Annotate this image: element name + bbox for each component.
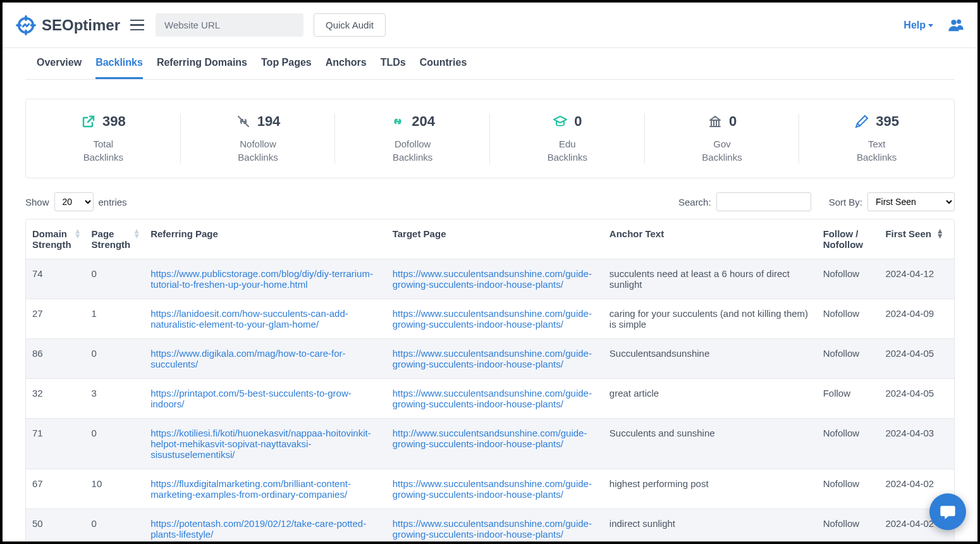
stat-value: 194 [257,113,281,130]
stat-value: 395 [876,113,899,130]
cell-first-seen: 2024-04-09 [879,299,947,339]
cell-page-strength: 1 [85,299,145,339]
help-link[interactable]: Help [903,20,933,31]
stat-card-nofollow: 194NofollowBacklinks [181,99,336,178]
col-first-seen[interactable]: First Seen▲▼ [879,219,947,259]
cell-referring-page[interactable]: https://kotiliesi.fi/koti/huonekasvit/na… [144,419,386,469]
cell-last: 2 [948,379,954,419]
sort-icon: ▲▼ [133,228,140,239]
col-page-strength[interactable]: Page Strength▲▼ [85,219,145,259]
stat-card-dofollow: 204DofollowBacklinks [335,99,490,178]
col-referring-page[interactable]: Referring Page [144,219,386,259]
cell-page-strength: 10 [85,469,145,509]
stat-label: TextBacklinks [807,137,946,164]
url-input[interactable] [156,13,303,37]
chevron-down-icon [928,24,933,27]
cell-target-page[interactable]: https://www.succulentsandsunshine.com/gu… [386,469,603,509]
table-row: 6710https://fluxdigitalmarketing.com/bri… [26,469,954,509]
tab-countries[interactable]: Countries [420,57,467,79]
search-input[interactable] [716,192,811,211]
header: SEOptimer Quick Audit Help [3,3,977,48]
cell-follow: Nofollow [817,419,879,469]
tab-tlds[interactable]: TLDs [381,57,406,79]
table-body: 740https://www.publicstorage.com/blog/di… [26,259,954,545]
hamburger-icon[interactable] [130,18,145,33]
backlinks-table: Domain Strength▲▼ Page Strength▲▼ Referr… [26,219,954,544]
cell-follow: Nofollow [817,299,879,339]
cell-follow: Follow [817,379,879,419]
cell-referring-page[interactable]: https://lanidoesit.com/how-succulents-ca… [144,299,386,339]
cell-target-page[interactable]: https://www.succulentsandsunshine.com/gu… [386,299,603,339]
cell-first-seen: 2024-04-12 [879,259,947,299]
header-right: Help [903,16,965,34]
tab-backlinks[interactable]: Backlinks [95,57,143,79]
cell-domain-strength: 32 [26,379,85,419]
cell-anchor-text: highest performing post [603,469,817,509]
cell-last: 2 [948,299,954,339]
cell-anchor-text: indirect sunlight [603,509,817,545]
stat-value: 204 [412,113,435,130]
cell-referring-page[interactable]: https://www.digikala.com/mag/how-to-care… [144,339,386,379]
cell-last: 2 [948,419,954,469]
tab-anchors[interactable]: Anchors [326,57,367,79]
table-row: 323https://printapot.com/5-best-succulen… [26,379,954,419]
cell-page-strength: 0 [85,339,145,379]
cell-follow: Nofollow [817,259,879,299]
logo[interactable]: SEOptimer [15,15,120,36]
cell-referring-page[interactable]: https://printapot.com/5-best-succulents-… [144,379,386,419]
users-icon[interactable] [947,16,965,34]
sort-select[interactable]: First Seen [867,192,955,211]
stat-label: DofollowBacklinks [343,137,482,164]
stat-label: NofollowBacklinks [188,137,328,164]
stat-label: TotalBacklinks [34,137,173,164]
svg-point-1 [951,20,956,25]
cell-target-page[interactable]: http://www.succulentsandsunshine.com/gui… [386,419,603,469]
entries-select[interactable]: 20 [54,192,94,211]
logo-icon [15,15,37,36]
cell-anchor-text: caring for your succulents (and not kill… [603,299,817,339]
quick-audit-button[interactable]: Quick Audit [314,13,386,37]
cell-domain-strength: 50 [26,509,85,545]
chat-icon [939,503,957,521]
cell-anchor-text: Succulentsandsunshine [603,339,817,379]
cell-target-page[interactable]: https://www.succulentsandsunshine.com/gu… [386,339,603,379]
cell-page-strength: 0 [85,259,145,299]
svg-point-2 [957,19,961,23]
entries-label: entries [99,197,127,207]
col-domain-strength[interactable]: Domain Strength▲▼ [26,219,85,259]
cell-target-page[interactable]: https://www.succulentsandsunshine.com/gu… [386,379,603,419]
brand-text: SEOptimer [42,16,120,34]
tab-overview[interactable]: Overview [37,57,82,79]
cell-page-strength: 0 [85,509,145,545]
cell-anchor-text: Succulents and sunshine [603,419,817,469]
cell-last: 2 [948,259,954,299]
tabs: OverviewBacklinksReferring DomainsTop Pa… [25,48,955,80]
cell-target-page[interactable]: https://www.succulentsandsunshine.com/gu… [386,509,603,545]
cell-domain-strength: 27 [26,299,85,339]
table-row: 271https://lanidoesit.com/how-succulents… [26,299,954,339]
col-last[interactable]: L [948,219,954,259]
tab-top-pages[interactable]: Top Pages [261,57,312,79]
stat-value: 0 [574,113,582,130]
stat-card-total: 398TotalBacklinks [26,99,181,178]
cell-follow: Nofollow [817,339,879,379]
cell-referring-page[interactable]: https://www.publicstorage.com/blog/diy/d… [144,259,386,299]
cell-first-seen: 2024-04-05 [879,339,947,379]
cell-target-page[interactable]: https://www.succulentsandsunshine.com/gu… [386,259,603,299]
col-target-page[interactable]: Target Page [386,219,603,259]
tab-referring-domains[interactable]: Referring Domains [157,57,247,79]
cell-domain-strength: 86 [26,339,85,379]
cell-domain-strength: 67 [26,469,85,509]
col-anchor-text[interactable]: Anchor Text [603,219,817,259]
sort-icon: ▲▼ [936,228,944,239]
stat-label: EduBacklinks [498,137,637,164]
cell-referring-page[interactable]: https://fluxdigitalmarketing.com/brillia… [144,469,386,509]
sort-by-label: Sort By: [829,197,862,207]
cell-domain-strength: 71 [26,419,85,469]
stats-row: 398TotalBacklinks194NofollowBacklinks204… [25,99,955,178]
chat-widget[interactable] [929,493,966,530]
sort-icon: ▲▼ [74,228,82,239]
table-container: Domain Strength▲▼ Page Strength▲▼ Referr… [25,219,955,544]
col-follow[interactable]: Follow / Nofollow [817,219,879,259]
cell-referring-page[interactable]: https://potentash.com/2019/02/12/take-ca… [144,509,386,545]
